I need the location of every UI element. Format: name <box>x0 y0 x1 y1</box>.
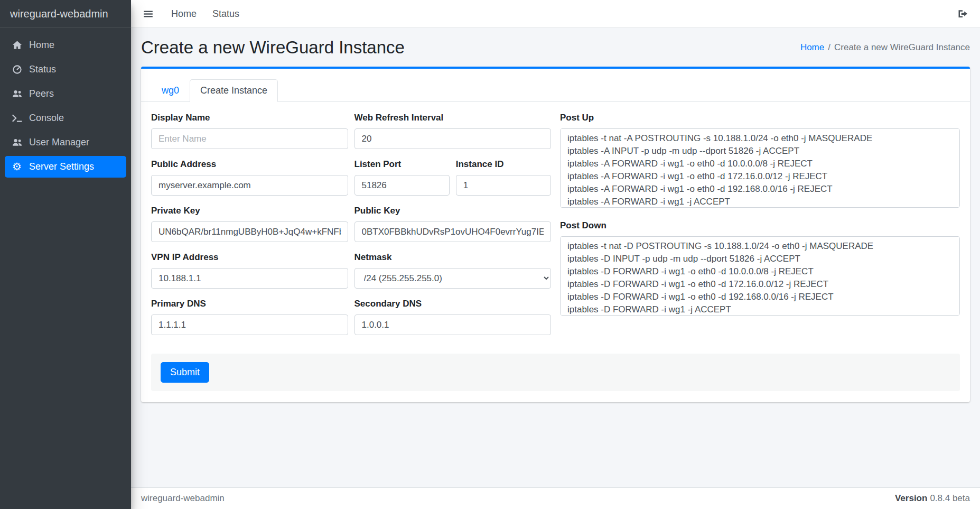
topnav-link-home[interactable]: Home <box>171 8 197 20</box>
sidebar-item-console[interactable]: Console <box>5 107 126 129</box>
post-up-textarea[interactable]: iptables -t nat -A POSTROUTING -s 10.188… <box>560 128 960 208</box>
users-icon <box>11 89 23 99</box>
netmask-label: Netmask <box>354 252 552 263</box>
instance-id-field: Instance ID <box>456 159 551 196</box>
main-column: Home Status Create a new WireGuard Insta… <box>131 0 980 509</box>
sidebar-toggle-button[interactable] <box>141 7 155 21</box>
content-wrapper: Create a new WireGuard Instance Home/Cre… <box>131 28 980 487</box>
web-refresh-interval-field: Web Refresh Interval <box>354 113 552 149</box>
primary-dns-label: Primary DNS <box>151 299 348 309</box>
breadcrumb: Home/Create a new WireGuard Instance <box>800 42 970 53</box>
instance-id-label: Instance ID <box>456 159 551 170</box>
sidebar-item-peers[interactable]: Peers <box>5 83 126 105</box>
version-info: Version0.8.4 beta <box>895 493 970 504</box>
port-id-row: Listen Port Instance ID <box>354 159 552 196</box>
public-key-field: Public Key <box>354 206 552 242</box>
listen-port-input[interactable] <box>354 175 450 196</box>
display-name-field: Display Name <box>151 113 348 149</box>
top-navbar: Home Status <box>131 0 980 28</box>
vpn-ip-field: VPN IP Address <box>151 252 348 289</box>
sidebar-item-home[interactable]: Home <box>5 34 126 56</box>
private-key-label: Private Key <box>151 206 348 216</box>
private-key-field: Private Key <box>151 206 348 242</box>
submit-bar: Submit <box>151 354 960 391</box>
sidebar-item-label: User Manager <box>29 137 89 148</box>
vpn-ip-input[interactable] <box>151 268 348 289</box>
sidebar-item-label: Status <box>29 64 56 75</box>
version-value: 0.8.4 beta <box>930 493 970 503</box>
primary-dns-field: Primary DNS <box>151 299 348 335</box>
logout-button[interactable] <box>955 6 970 21</box>
form-left-columns: Display Name Web Refresh Interval Public… <box>151 113 551 335</box>
users-icon <box>11 137 23 147</box>
tab-wg0[interactable]: wg0 <box>151 79 190 102</box>
breadcrumb-home-link[interactable]: Home <box>800 42 824 52</box>
breadcrumb-current: Create a new WireGuard Instance <box>834 42 970 52</box>
submit-button[interactable]: Submit <box>161 362 209 383</box>
instance-form: Display Name Web Refresh Interval Public… <box>141 102 970 402</box>
sidebar-item-server-settings[interactable]: ⚙ Server Settings <box>5 156 126 178</box>
public-address-field: Public Address <box>151 159 348 196</box>
secondary-dns-field: Secondary DNS <box>354 299 552 335</box>
gauge-icon <box>11 64 23 75</box>
sidebar-item-label: Home <box>29 40 54 51</box>
sidebar-item-label: Console <box>29 113 64 124</box>
sidebar: wireguard-webadmin Home Status Peers <box>0 0 131 509</box>
post-down-label: Post Down <box>560 220 960 231</box>
primary-dns-input[interactable] <box>151 314 348 335</box>
content-area: wg0 Create Instance Display Name <box>131 67 980 487</box>
instance-tabs: wg0 Create Instance <box>141 69 970 102</box>
netmask-select[interactable]: /24 (255.255.255.0) <box>354 268 552 289</box>
vpn-ip-label: VPN IP Address <box>151 252 348 263</box>
form-right-column: Post Up iptables -t nat -A POSTROUTING -… <box>560 113 960 335</box>
sidebar-item-status[interactable]: Status <box>5 59 126 80</box>
display-name-label: Display Name <box>151 113 348 123</box>
footer-brand: wireguard-webadmin <box>141 493 225 504</box>
post-up-label: Post Up <box>560 113 960 123</box>
secondary-dns-input[interactable] <box>354 314 552 335</box>
brand-link[interactable]: wireguard-webadmin <box>0 0 131 28</box>
public-key-label: Public Key <box>354 206 552 216</box>
menu-icon <box>143 9 153 19</box>
sidebar-item-user-manager[interactable]: User Manager <box>5 132 126 153</box>
web-refresh-interval-input[interactable] <box>354 128 552 149</box>
topnav-link-status[interactable]: Status <box>212 8 239 20</box>
version-label: Version <box>895 493 927 503</box>
post-up-field: Post Up iptables -t nat -A POSTROUTING -… <box>560 113 960 210</box>
instance-id-input[interactable] <box>456 175 551 196</box>
public-key-input[interactable] <box>354 221 552 242</box>
main-footer: wireguard-webadmin Version0.8.4 beta <box>131 487 980 509</box>
sidebar-item-label: Peers <box>29 88 54 99</box>
netmask-field: Netmask /24 (255.255.255.0) <box>354 252 552 289</box>
home-icon <box>11 40 23 50</box>
post-down-textarea[interactable]: iptables -t nat -D POSTROUTING -s 10.188… <box>560 236 960 316</box>
tab-create-instance[interactable]: Create Instance <box>190 79 278 102</box>
post-down-field: Post Down iptables -t nat -D POSTROUTING… <box>560 220 960 318</box>
sidebar-item-label: Server Settings <box>29 161 94 172</box>
instance-card: wg0 Create Instance Display Name <box>141 67 970 402</box>
web-refresh-interval-label: Web Refresh Interval <box>354 113 552 123</box>
secondary-dns-label: Secondary DNS <box>354 299 552 309</box>
content-header: Create a new WireGuard Instance Home/Cre… <box>131 28 980 67</box>
private-key-input[interactable] <box>151 221 348 242</box>
app-root: wireguard-webadmin Home Status Peers <box>0 0 980 509</box>
page-title: Create a new WireGuard Instance <box>141 38 405 58</box>
public-address-input[interactable] <box>151 175 348 196</box>
terminal-icon <box>11 113 23 123</box>
display-name-input[interactable] <box>151 128 348 149</box>
sidebar-nav: Home Status Peers Console <box>0 28 131 180</box>
gears-icon: ⚙ <box>11 162 23 172</box>
public-address-label: Public Address <box>151 159 348 170</box>
listen-port-label: Listen Port <box>354 159 450 170</box>
breadcrumb-separator: / <box>828 42 830 52</box>
logout-icon <box>957 8 968 19</box>
listen-port-field: Listen Port <box>354 159 450 196</box>
